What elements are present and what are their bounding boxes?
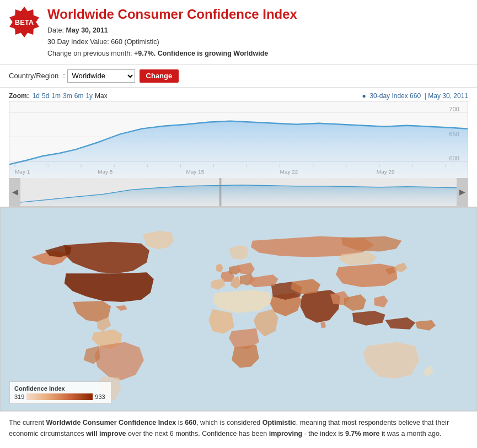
svg-text:May 1: May 1 (15, 169, 30, 175)
zoom-max: Max (95, 92, 108, 100)
legend-dot: ● (362, 92, 366, 100)
footer-bold-6: 9.7% more (345, 430, 380, 438)
country-select[interactable]: Worldwide United States Canada United Ki… (67, 69, 135, 83)
zoom-label: Zoom: (9, 92, 29, 100)
date-label: Date: (47, 26, 64, 34)
change-suffix: Confidence is growing Worldwide (158, 50, 268, 57)
zoom-bar: Zoom: 1d 5d 1m 3m 6m 1y Max ● 30-day Ind… (9, 90, 468, 101)
legend-text: 30-day Index 660 (369, 92, 421, 100)
chart-nav-inner (20, 178, 457, 206)
footer-bold-1: Worldwide Consumer Confidence Index (46, 419, 176, 427)
legend-gradient (26, 393, 93, 400)
map-container: Confidence Index 319 933 (0, 207, 477, 411)
svg-text:May 22: May 22 (280, 169, 298, 175)
map-legend: Confidence Index 319 933 (9, 381, 111, 404)
change-label: Change on previous month: (47, 50, 132, 57)
index-value: 660 (Optimistic) (111, 38, 159, 46)
zoom-1d[interactable]: 1d (33, 92, 40, 100)
zoom-1y[interactable]: 1y (85, 92, 93, 100)
page-wrapper: BETA Worldwide Consumer Confidence Index… (0, 0, 477, 448)
world-map-svg (1, 208, 476, 411)
legend-title: Confidence Index (14, 385, 105, 392)
svg-text:700: 700 (449, 105, 459, 112)
zoom-6m[interactable]: 6m (74, 92, 84, 100)
zoom-1m[interactable]: 1m (51, 92, 61, 100)
change-value: +9.7%. (134, 50, 156, 57)
chart-svg: 700 650 600 May 1 May 8 May 15 (9, 101, 468, 178)
beta-label: BETA (15, 18, 34, 26)
chart-legend: ● 30-day Index 660 | May 30, 2011 (362, 92, 468, 100)
change-button[interactable]: Change (140, 69, 179, 83)
svg-text:May 8: May 8 (98, 169, 113, 175)
legend-min: 319 (14, 393, 24, 400)
zoom-3m[interactable]: 3m (63, 92, 72, 100)
footer-text: The current Worldwide Consumer Confidenc… (0, 411, 477, 445)
chart-nav-right[interactable]: ▶ (457, 178, 468, 206)
index-label: 30 Day Index Value: (47, 38, 109, 46)
controls-bar: Country/Region: Worldwide United States … (0, 65, 477, 88)
chart-container: Zoom: 1d 5d 1m 3m 6m 1y Max ● 30-day Ind… (0, 88, 477, 207)
header-meta: Date: May 30, 2011 30 Day Index Value: 6… (47, 25, 297, 60)
header: BETA Worldwide Consumer Confidence Index… (0, 0, 477, 65)
chart-nav-svg (20, 178, 457, 206)
legend-date: May 30, 2011 (428, 92, 468, 100)
footer-bold-3: Optimistic (262, 419, 296, 427)
zoom-5d[interactable]: 5d (42, 92, 49, 100)
svg-text:May 15: May 15 (186, 169, 204, 175)
date-value: May 30, 2011 (66, 26, 108, 34)
footer-bold-4: will improve (86, 430, 126, 438)
chart-nav-left[interactable]: ◀ (9, 178, 20, 206)
legend-bar: 319 933 (14, 393, 105, 400)
header-info: Worldwide Consumer Confidence Index Date… (47, 7, 297, 60)
page-title: Worldwide Consumer Confidence Index (47, 7, 297, 23)
svg-text:May 29: May 29 (377, 169, 395, 175)
legend-max: 933 (95, 393, 105, 400)
chart-main: 700 650 600 May 1 May 8 May 15 (9, 101, 468, 178)
footer-bold-5: improving (269, 430, 302, 438)
chart-nav: ◀ ▶ (9, 178, 468, 207)
svg-rect-25 (219, 178, 221, 206)
footer-bold-2: 660 (185, 419, 196, 427)
beta-badge: BETA (9, 7, 40, 37)
country-label: Country/Region (9, 72, 58, 80)
